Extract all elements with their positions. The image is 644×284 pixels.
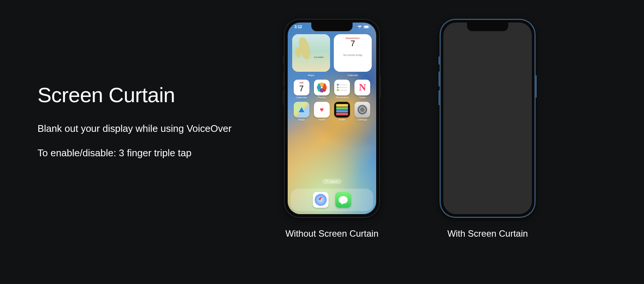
settings-icon bbox=[354, 102, 370, 118]
caption-with: With Screen Curtain bbox=[431, 228, 544, 239]
search-icon bbox=[326, 180, 329, 183]
phone-power-button bbox=[536, 75, 537, 98]
phone-volume-down bbox=[438, 90, 440, 105]
calendar-widget-events: No events today bbox=[334, 48, 372, 56]
news-app[interactable]: N News bbox=[354, 80, 371, 99]
calendar-app[interactable]: SUN 7 Calendar bbox=[293, 80, 309, 99]
app-row-1: SUN 7 Calendar Photos Reminders N bbox=[288, 77, 376, 99]
reminders-icon bbox=[334, 80, 350, 95]
maps-icon bbox=[294, 102, 309, 118]
phone-notch bbox=[467, 22, 508, 31]
messages-app[interactable] bbox=[335, 192, 351, 208]
caption-without: Without Screen Curtain bbox=[276, 228, 388, 239]
phone-volume-up bbox=[438, 71, 440, 86]
map-pin-label: London bbox=[314, 56, 324, 58]
photos-app-label: Photos bbox=[318, 96, 326, 99]
phone-with-curtain: With Screen Curtain bbox=[431, 19, 544, 239]
calendar-widget-daynum: 7 bbox=[334, 39, 372, 48]
maps-app-label: Maps bbox=[298, 118, 305, 121]
status-time: 3:12 bbox=[294, 25, 302, 29]
calendar-widget-label: Calendar bbox=[334, 74, 372, 77]
app-row-2: Maps ♥ Health Wallet Settings bbox=[288, 99, 376, 121]
health-icon: ♥ bbox=[314, 102, 330, 118]
calendar-widget[interactable]: PÜHAPÄEV 7 No events today bbox=[334, 34, 372, 72]
description: Blank out your display while using Voice… bbox=[38, 122, 233, 135]
maps-app[interactable]: Maps bbox=[293, 102, 309, 121]
news-app-label: News bbox=[359, 96, 366, 99]
health-app-label: Health bbox=[318, 118, 326, 121]
health-app[interactable]: ♥ Health bbox=[314, 102, 330, 121]
phone-frame-dark bbox=[440, 19, 536, 218]
phone-notch bbox=[311, 22, 353, 31]
wifi-icon bbox=[357, 25, 362, 29]
phone-mute-switch bbox=[438, 56, 440, 65]
reminders-app[interactable]: Reminders bbox=[334, 80, 350, 99]
search-label: Search bbox=[330, 180, 338, 183]
calendar-app-label: Calendar bbox=[296, 96, 306, 99]
svg-rect-1 bbox=[364, 26, 368, 28]
settings-app[interactable]: Settings bbox=[354, 102, 371, 121]
page-title: Screen Curtain bbox=[38, 83, 233, 107]
wallet-app-label: Wallet bbox=[339, 118, 346, 121]
calendar-icon: SUN 7 bbox=[294, 80, 309, 95]
phone-screen: 3:12 London bbox=[288, 23, 376, 214]
messages-icon bbox=[339, 196, 348, 204]
home-search-button[interactable]: Search bbox=[322, 179, 342, 184]
phone-volume-down bbox=[283, 90, 284, 105]
instruction: To enable/disable: 3 finger triple tap bbox=[38, 147, 233, 160]
photos-icon bbox=[314, 80, 330, 95]
safari-icon bbox=[315, 194, 327, 206]
phone-volume-up bbox=[283, 71, 284, 86]
svg-rect-2 bbox=[369, 26, 370, 27]
widget-row: London PÜHAPÄEV 7 No events today bbox=[288, 30, 376, 73]
phone-without-curtain: 3:12 London bbox=[276, 19, 388, 239]
phone-screen-dark bbox=[443, 23, 532, 214]
safari-app[interactable] bbox=[313, 192, 329, 208]
settings-app-label: Settings bbox=[358, 118, 367, 121]
wallet-icon bbox=[334, 102, 350, 118]
text-block: Screen Curtain Blank out your display wh… bbox=[38, 83, 233, 171]
maps-widget[interactable]: London bbox=[292, 34, 330, 72]
phone-mute-switch bbox=[283, 56, 284, 65]
map-face: London bbox=[292, 34, 330, 72]
phone-power-button bbox=[380, 75, 381, 98]
battery-icon bbox=[363, 25, 370, 29]
reminders-app-label: Reminders bbox=[336, 96, 348, 99]
phone-frame: 3:12 London bbox=[284, 19, 380, 218]
wallet-app[interactable]: Wallet bbox=[334, 102, 350, 121]
svg-line-4 bbox=[327, 181, 328, 182]
maps-widget-label: Maps bbox=[292, 74, 330, 77]
dock bbox=[291, 189, 373, 211]
svg-point-3 bbox=[326, 180, 328, 182]
photos-app[interactable]: Photos bbox=[314, 80, 330, 99]
news-icon: N bbox=[354, 80, 370, 95]
